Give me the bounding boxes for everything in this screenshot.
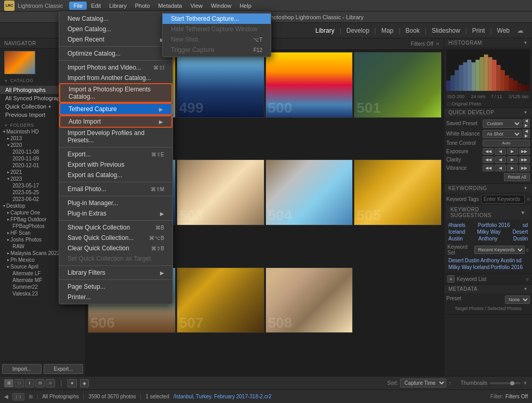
vibrance-plus1[interactable]: ▶ (507, 165, 518, 171)
kw-desert[interactable]: Desert (513, 229, 528, 235)
menu-export-with-previous[interactable]: Export with Previous (59, 159, 172, 170)
kw-sd[interactable]: sd (522, 222, 528, 228)
kw-set-options[interactable]: ≡ (526, 247, 529, 253)
wb-next[interactable]: ▶ (523, 134, 530, 138)
left-nav-icon[interactable]: ◀ (4, 394, 8, 399)
menu-new-catalog[interactable]: New Catalog... (59, 14, 172, 24)
menu-import-photoshop-elements[interactable]: Import a Photoshop Elements Catalog... (59, 83, 172, 103)
clarity-plus2[interactable]: ▶▶ (519, 156, 530, 163)
menu-tethered-capture[interactable]: Tethered Capture▶ (59, 103, 172, 115)
menu-view[interactable]: View (186, 2, 207, 10)
kw-dustin[interactable]: Dustin (513, 236, 528, 241)
kw-tag-austin[interactable]: Austin (501, 258, 515, 263)
view-grid-button[interactable]: ⊞ (4, 379, 14, 387)
nav-map[interactable]: Map (377, 26, 397, 35)
view-compare-button[interactable]: ⫾ (25, 379, 34, 387)
keyword-suggestions-header[interactable]: Keyword Suggestions ▼ (446, 205, 530, 220)
grid-icon[interactable]: ⊞ (29, 394, 33, 399)
kw-tag-dustin[interactable]: Dustin (464, 258, 479, 263)
kw-austin[interactable]: Austin (448, 236, 463, 241)
menu-clear-quick-collection[interactable]: Clear Quick Collection⌘⇧B (59, 243, 172, 253)
menu-optimize-catalog[interactable]: Optimize Catalog... (59, 48, 172, 59)
saved-preset-select[interactable]: Custom (483, 119, 522, 128)
vibrance-minus1[interactable]: ◀ (495, 165, 506, 171)
metadata-preset-select[interactable]: None (505, 295, 530, 304)
catalog-all-label[interactable]: All Photographs (42, 394, 79, 399)
thumbnail-slider-handle[interactable] (510, 381, 514, 385)
keyword-list-options[interactable]: ≡ (526, 276, 529, 282)
wb-prev[interactable]: ◀ (523, 129, 530, 133)
menu-import-another-catalog[interactable]: Import from Another Catalog... (59, 73, 172, 83)
vibrance-minus2[interactable]: ◀◀ (483, 165, 494, 171)
nav-print[interactable]: Print (468, 26, 489, 35)
exposure-plus1[interactable]: ▶ (507, 148, 518, 155)
spray-paint-button[interactable]: ✦ (68, 379, 77, 387)
view-loupe-button[interactable]: □ (15, 379, 24, 387)
menu-import-photos[interactable]: Import Photos and Video...⌘⇧I (59, 62, 172, 73)
menu-export[interactable]: Export...⌘⇧E (59, 149, 172, 159)
menu-printer[interactable]: Printer... (59, 292, 172, 302)
clarity-plus1[interactable]: ▶ (507, 156, 518, 163)
photo-cell[interactable]: 503 (177, 159, 264, 225)
thumbnail-size-slider[interactable] (489, 382, 521, 384)
tethered-submenu[interactable]: Start Tethered Capture... Hide Tethered … (162, 11, 271, 57)
nav-book[interactable]: Book (401, 26, 423, 35)
thumbnail-options[interactable]: ▼ (523, 380, 528, 386)
menu-plugin-manager[interactable]: Plug-in Manager... (59, 198, 172, 208)
menu-window[interactable]: Window (207, 2, 235, 10)
histogram-header[interactable]: Histogram ▼ (444, 38, 532, 47)
kw-tag-portfolio[interactable]: Portfolio 2016 (490, 264, 523, 270)
submenu-start-tethered[interactable]: Start Tethered Capture... (163, 14, 271, 24)
menu-export-as-catalog[interactable]: Export as Catalog... (59, 170, 172, 180)
kw-milkyway[interactable]: Milky Way (477, 229, 500, 235)
exposure-plus2[interactable]: ▶▶ (519, 148, 530, 155)
cloud-icon[interactable]: ☁ (517, 26, 524, 34)
menu-edit[interactable]: Edit (87, 2, 105, 10)
tone-auto-btn[interactable]: Auto (483, 140, 530, 146)
menu-metadata[interactable]: Metadata (154, 2, 187, 10)
saved-preset-prev[interactable]: ◀ (523, 119, 530, 123)
menu-save-quick-collection[interactable]: Save Quick Collection...⌘⌥B (59, 233, 172, 243)
nav-web[interactable]: Web (493, 26, 514, 35)
filter-button[interactable]: ◈ (80, 379, 89, 387)
sort-select[interactable]: Capture Time (400, 379, 446, 387)
export-button[interactable]: Export... (44, 364, 83, 374)
nav-library[interactable]: Library (311, 26, 339, 35)
photo-cell[interactable]: 508 (265, 267, 353, 333)
vibrance-plus2[interactable]: ▶▶ (519, 165, 530, 171)
photo-path[interactable]: /Istanbul, Turkey. February 2017-318-2.c… (174, 394, 272, 399)
menu-help[interactable]: Help (235, 2, 256, 10)
menu-library-filters[interactable]: Library Filters▶ (59, 267, 172, 278)
keywording-header[interactable]: Keywording ▼ (444, 184, 532, 193)
view-people-button[interactable]: ☺ (46, 379, 55, 387)
kw-harels[interactable]: #harels (448, 222, 466, 228)
white-balance-select[interactable]: As Shot (483, 130, 522, 138)
reset-all-button[interactable]: Reset All (504, 173, 530, 181)
kw-tag-anthony[interactable]: Anthony (481, 258, 500, 263)
photo-cell[interactable]: 504 (265, 159, 353, 225)
add-keyword-button[interactable]: + (447, 275, 455, 283)
kw-tag-sd[interactable]: sd (516, 258, 522, 263)
menu-auto-import[interactable]: Auto Import▶ (59, 115, 172, 128)
menu-open-catalog[interactable]: Open Catalog... (59, 24, 172, 34)
menu-show-quick-collection[interactable]: Show Quick Collection⌘B (59, 222, 172, 233)
exposure-minus1[interactable]: ◀ (495, 148, 506, 155)
photo-cell[interactable]: 507 (177, 267, 264, 333)
kw-anthony[interactable]: Anthony (478, 236, 498, 241)
kw-portfolio[interactable]: Portfolio 2016 (478, 222, 510, 228)
menu-import-develop-profiles[interactable]: Import Develop Profiles and Presets... (59, 128, 172, 145)
menu-page-setup[interactable]: Page Setup... (59, 281, 172, 292)
kw-tag-desert[interactable]: Desert (448, 258, 463, 263)
clarity-minus1[interactable]: ◀ (495, 156, 506, 163)
menu-library[interactable]: Library (105, 2, 131, 10)
kw-tag-iceland[interactable]: Iceland (473, 264, 489, 270)
menu-photo[interactable]: Photo (131, 2, 154, 10)
exposure-minus2[interactable]: ◀◀ (483, 148, 494, 155)
menu-email-photo[interactable]: Email Photo...⌘⇧M (59, 184, 172, 194)
kw-iceland[interactable]: Iceland (448, 229, 465, 235)
saved-preset-next[interactable]: ▶ (523, 124, 530, 128)
metadata-header[interactable]: Metadata ▼ (444, 285, 532, 293)
view-survey-button[interactable]: ⊟ (35, 379, 45, 387)
keyword-set-select[interactable]: Recent Keywords (474, 246, 525, 254)
keyword-tags-input[interactable] (481, 195, 525, 204)
